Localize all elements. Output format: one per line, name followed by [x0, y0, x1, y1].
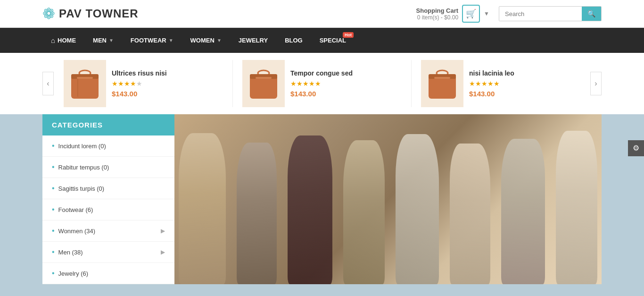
figure-6 — [450, 144, 490, 284]
category-item[interactable]: • Footwear (6) — [42, 199, 174, 220]
svg-rect-8 — [256, 77, 272, 79]
settings-icon: ⚙ — [633, 144, 639, 152]
category-item[interactable]: • Jewelry (6) — [42, 263, 174, 284]
bullet-icon: • — [52, 163, 55, 171]
category-item[interactable]: • Sagittis turpis (0) — [42, 178, 174, 199]
figure-4 — [343, 140, 385, 284]
search-button[interactable]: 🔍 — [582, 7, 601, 21]
header-right: Shopping Cart 0 item(s) - $0.00 🛒 ▼ 🔍 — [416, 5, 602, 23]
nav-item-men[interactable]: MEN ▼ — [84, 28, 122, 52]
svg-rect-3 — [77, 77, 93, 79]
bullet-icon: • — [52, 205, 55, 214]
product-title-2: Tempor congue sed — [290, 69, 402, 77]
hero-area — [174, 114, 602, 284]
category-label: Wonmen (34) — [58, 228, 96, 235]
nav-label-footwear: FOOTWEAR — [131, 37, 166, 44]
category-item[interactable]: • Men (38) ▶ — [42, 242, 174, 263]
nav-item-women[interactable]: WOMEN ▼ — [182, 28, 230, 52]
settings-panel[interactable]: ⚙ — [628, 140, 644, 156]
carousel-next-button[interactable]: › — [590, 72, 602, 95]
hot-badge: Hot — [343, 32, 354, 38]
product-price-3: $143.00 — [469, 90, 580, 98]
figure-8 — [556, 131, 597, 284]
figure-1 — [179, 133, 226, 284]
carousel-prev-button[interactable]: ‹ — [42, 72, 54, 95]
nav-item-home[interactable]: ⌂ HOME — [42, 28, 84, 53]
product-title-3: nisi lacinia leo — [469, 69, 580, 77]
product-image-1 — [64, 60, 106, 107]
category-label: Footwear (6) — [58, 206, 93, 213]
header: ❁ PAV TOWNER Shopping Cart 0 item(s) - $… — [0, 0, 644, 28]
category-item[interactable]: • Wonmen (34) ▶ — [42, 220, 174, 242]
figure-7 — [501, 139, 545, 284]
category-item-left: • Jewelry (6) — [52, 269, 88, 278]
nav-item-footwear[interactable]: FOOTWEAR ▼ — [122, 28, 182, 52]
product-card: nisi lacinia leo ★★★★★ $143.00 — [412, 60, 590, 107]
product-title-1: Ultrices risus nisi — [112, 69, 223, 77]
search-box: 🔍 — [499, 6, 602, 21]
category-item[interactable]: • Rabitur tempus (0) — [42, 157, 174, 178]
home-icon: ⌂ — [51, 36, 55, 44]
category-label: Men (38) — [58, 249, 83, 256]
fashion-figures — [174, 128, 602, 284]
bag-svg-3 — [425, 64, 460, 104]
nav-item-blog[interactable]: BLOG — [276, 28, 311, 52]
nav-label-blog: BLOG — [285, 37, 303, 44]
navbar: ⌂ HOME MEN ▼ FOOTWEAR ▼ WOMEN ▼ JEWELRY … — [0, 28, 644, 53]
products-strip: ‹ Ultrices risus nisi ★★★★★ $143.00 — [42, 53, 602, 114]
nav-label-jewelry: JEWELRY — [239, 37, 268, 44]
nav-label-home: HOME — [58, 37, 76, 44]
bag-svg-2 — [246, 64, 281, 104]
nav-label-women: WOMEN — [190, 37, 215, 44]
carousel-section: ‹ Ultrices risus nisi ★★★★★ $143.00 — [0, 53, 644, 114]
product-info-3: nisi lacinia leo ★★★★★ $143.00 — [469, 69, 580, 98]
cart-dropdown-arrow: ▼ — [484, 10, 489, 17]
cart-label: Shopping Cart 0 item(s) - $0.00 — [416, 7, 459, 21]
figure-2 — [237, 143, 277, 284]
sidebar: CATEGORIES • Incidunt lorem (0) • Rabitu… — [42, 114, 174, 284]
product-card: Ultrices risus nisi ★★★★★ $143.00 — [54, 60, 233, 107]
nav-label-special: SPECIAL — [320, 37, 346, 44]
category-expand-arrow: ▶ — [161, 249, 165, 255]
product-price-2: $143.00 — [290, 90, 402, 98]
product-image-2 — [242, 60, 285, 107]
logo[interactable]: ❁ PAV TOWNER — [42, 5, 139, 23]
categories-header: CATEGORIES — [42, 114, 174, 135]
category-expand-arrow: ▶ — [161, 228, 165, 234]
cart-title: Shopping Cart — [416, 7, 459, 14]
product-stars-3: ★★★★★ — [469, 80, 580, 87]
products-row: Ultrices risus nisi ★★★★★ $143.00 Temp — [54, 60, 590, 107]
category-label: Incidunt lorem (0) — [58, 143, 106, 150]
nav-item-special[interactable]: SPECIAL Hot — [311, 28, 355, 52]
bullet-icon: • — [52, 184, 55, 193]
category-item-left: • Rabitur tempus (0) — [52, 163, 109, 171]
bag-svg-1 — [67, 64, 103, 104]
product-info-2: Tempor congue sed ★★★★★ $143.00 — [290, 69, 402, 98]
nav-item-jewelry[interactable]: JEWELRY — [230, 28, 276, 52]
product-stars-2: ★★★★★ — [290, 80, 402, 87]
hero-image — [174, 114, 602, 284]
category-item-left: • Men (38) — [52, 248, 83, 256]
nav-arrow-women: ▼ — [217, 38, 222, 43]
category-label: Rabitur tempus (0) — [58, 164, 109, 171]
bullet-icon: • — [52, 248, 55, 256]
product-stars-1: ★★★★★ — [112, 80, 223, 87]
category-item-left: • Footwear (6) — [52, 205, 93, 214]
nav-arrow-men: ▼ — [109, 38, 114, 43]
cart-area[interactable]: Shopping Cart 0 item(s) - $0.00 🛒 ▼ — [416, 5, 489, 23]
category-item-left: • Sagittis turpis (0) — [52, 184, 104, 193]
category-item-left: • Incidunt lorem (0) — [52, 142, 106, 150]
category-item[interactable]: • Incidunt lorem (0) — [42, 135, 174, 157]
cart-count: 0 item(s) - $0.00 — [416, 14, 459, 21]
figure-3 — [288, 135, 332, 284]
product-image-3 — [421, 60, 463, 107]
product-price-1: $143.00 — [112, 90, 223, 98]
product-card: Tempor congue sed ★★★★★ $143.00 — [233, 60, 412, 107]
category-label: Sagittis turpis (0) — [58, 185, 105, 192]
logo-icon: ❁ — [42, 5, 55, 23]
category-label: Jewelry (6) — [58, 270, 89, 277]
search-input[interactable] — [499, 7, 582, 21]
nav-arrow-footwear: ▼ — [169, 38, 173, 43]
figure-5 — [396, 134, 439, 284]
bullet-icon: • — [52, 269, 55, 278]
